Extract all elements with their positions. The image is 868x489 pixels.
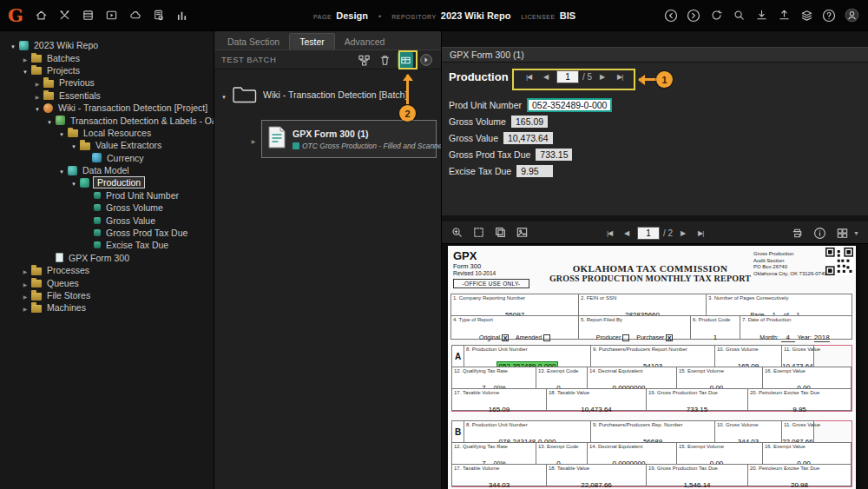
field-value[interactable]: 10,473.64	[503, 132, 553, 144]
field-value[interactable]: 733.15	[536, 149, 572, 161]
expander-icon[interactable]	[57, 165, 66, 175]
node-tree-sidebar: 2023 Wiki Repo Batches Projects Previous	[0, 31, 214, 489]
tree-item[interactable]: Previous	[0, 76, 214, 89]
tab[interactable]: Tester	[289, 33, 335, 50]
field-label: Prod Unit Number	[449, 100, 522, 110]
select-region-icon[interactable]	[470, 225, 486, 241]
tree-item[interactable]: Projects	[0, 64, 214, 76]
prev-page-button[interactable]	[620, 226, 634, 240]
top-bar-actions	[663, 8, 868, 23]
download-icon[interactable]	[753, 8, 769, 23]
tree-item[interactable]: Transaction Detection & Labels - O&G Fo	[0, 114, 214, 126]
tree-item[interactable]: Batches	[0, 51, 214, 63]
user-avatar[interactable]	[844, 8, 859, 23]
tree-item-label: Batches	[45, 53, 82, 63]
tree-item[interactable]: File Stores	[0, 289, 214, 301]
home-icon[interactable]	[34, 8, 49, 23]
data-field-row: Gross Volume 165.09	[442, 113, 868, 129]
expander-icon[interactable]	[249, 131, 258, 147]
tree-item[interactable]: Data Model	[0, 164, 214, 176]
batches-icon[interactable]	[81, 8, 96, 23]
tree-item[interactable]: Production	[0, 176, 214, 188]
record-number-input[interactable]: 1	[556, 70, 579, 83]
tree-item[interactable]: 2023 Wiki Repo	[0, 39, 214, 51]
expander-icon[interactable]	[21, 65, 30, 76]
expander-icon[interactable]	[57, 128, 66, 138]
image-icon[interactable]	[514, 225, 529, 241]
batch-child-row: GPX Form 300 (1) OTC Gross Production - …	[249, 120, 441, 158]
help-icon[interactable]	[821, 8, 837, 23]
layout-icon[interactable]	[834, 225, 850, 241]
tree-item[interactable]: Value Extractors	[0, 139, 214, 151]
expander-icon[interactable]	[21, 265, 30, 275]
go-icon[interactable]	[418, 52, 434, 68]
tab[interactable]: Data Section	[218, 34, 289, 50]
expander-icon[interactable]	[69, 177, 78, 188]
first-page-button[interactable]	[602, 226, 616, 240]
document-page[interactable]: GPX Form 300 Revised 10-2014 -OFFICE USE…	[448, 246, 856, 489]
forward-icon[interactable]	[686, 8, 701, 23]
tree-item[interactable]: Prod Unit Number	[0, 189, 214, 202]
cloud-icon[interactable]	[128, 8, 143, 23]
tools-icon[interactable]	[57, 8, 73, 23]
tree-item[interactable]: Wiki - Transaction Detection [Project]	[0, 102, 214, 114]
search-icon[interactable]	[731, 8, 746, 23]
last-record-button[interactable]	[613, 69, 627, 83]
tree-item[interactable]: Gross Value	[0, 214, 214, 226]
repository-value[interactable]: 2023 Wiki Repo	[441, 10, 511, 21]
next-record-button[interactable]	[595, 69, 609, 83]
tree-item[interactable]: Gross Volume	[0, 202, 214, 214]
thumbnails-icon[interactable]	[492, 225, 508, 241]
refresh-icon[interactable]	[708, 8, 724, 23]
expander-icon[interactable]	[69, 140, 78, 150]
media-icon[interactable]	[104, 8, 120, 23]
expander-icon[interactable]	[21, 290, 30, 301]
print-icon[interactable]	[789, 225, 805, 241]
expander-icon[interactable]	[21, 53, 30, 63]
page-value[interactable]: Design	[336, 10, 368, 21]
expander-icon[interactable]	[21, 278, 30, 288]
batch-root-item[interactable]: Wiki - Transaction Detection [Batch]	[214, 82, 441, 108]
process-doc-icon[interactable]	[151, 8, 167, 23]
chevron-down-icon[interactable]: ▼	[853, 230, 859, 236]
tree-item[interactable]: Queues	[0, 276, 214, 288]
tree-item[interactable]: GPX Form 300	[0, 252, 214, 264]
last-page-button[interactable]	[694, 226, 707, 240]
prev-record-button[interactable]	[539, 69, 553, 83]
tree-item[interactable]: Essentials	[0, 89, 214, 102]
address-line: PO Box 26740	[753, 264, 827, 271]
tab[interactable]: Advanced	[335, 34, 395, 50]
tree-item[interactable]: Machines	[0, 301, 214, 314]
expander-icon[interactable]	[220, 87, 228, 102]
stack-icon[interactable]	[799, 8, 814, 23]
main-nav-icons	[34, 8, 190, 23]
expander-icon[interactable]	[33, 90, 42, 101]
field-value[interactable]: 052-352489-0-000	[527, 98, 612, 112]
field-value[interactable]: 165.09	[511, 116, 548, 128]
tree-item[interactable]: Excise Tax Due	[0, 239, 214, 251]
zoom-icon[interactable]	[449, 225, 464, 241]
tree-item[interactable]: Currency	[0, 152, 214, 164]
expander-icon[interactable]	[45, 116, 54, 126]
page-number-input[interactable]: 1	[637, 227, 660, 240]
tree-item[interactable]: Gross Prod Tax Due	[0, 227, 214, 239]
next-page-button[interactable]	[676, 226, 690, 240]
tree-item[interactable]: Local Resources	[0, 127, 214, 139]
upload-icon[interactable]	[776, 8, 792, 23]
expander-icon[interactable]	[21, 302, 30, 313]
expander-icon[interactable]	[9, 40, 17, 50]
tree-item[interactable]: Processes	[0, 264, 214, 276]
first-record-button[interactable]	[522, 69, 536, 83]
info-icon[interactable]	[812, 225, 827, 241]
back-icon[interactable]	[663, 8, 679, 23]
form-field: 10. Gross Volume 344.03	[714, 420, 782, 443]
expander-icon[interactable]	[33, 102, 42, 113]
field-value[interactable]: 9.95	[516, 165, 553, 177]
batch-structure-icon[interactable]	[356, 52, 372, 68]
expander-icon[interactable]	[33, 77, 42, 88]
batch-document[interactable]: GPX Form 300 (1) OTC Gross Production - …	[261, 120, 437, 158]
tree-item-label: Value Extractors	[94, 140, 163, 150]
delete-icon[interactable]	[377, 52, 392, 68]
stats-icon[interactable]	[174, 8, 190, 23]
submit-test-icon[interactable]	[398, 52, 413, 68]
